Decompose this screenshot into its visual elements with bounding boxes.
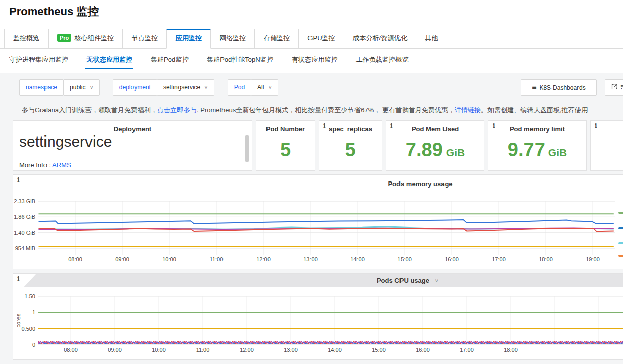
svg-text:17:00: 17:00 — [460, 347, 474, 353]
info-icon[interactable]: i — [595, 122, 597, 129]
primary-tab-label: 其他 — [425, 34, 438, 42]
legend-item-4[interactable] — [618, 255, 623, 257]
filter-select-deployment[interactable]: settingservice˅ — [157, 79, 214, 96]
stat-value: 9.77GiB — [488, 139, 586, 161]
primary-tab-6[interactable]: 存储监控 — [254, 29, 299, 49]
primary-tab-2[interactable]: Pro核心组件监控 — [48, 29, 123, 49]
secondary-tab-3[interactable]: 集群Pod监控 — [151, 50, 189, 70]
primary-tab-4[interactable]: 应用监控 — [166, 29, 211, 49]
stat-panel-title: spec_replicas — [319, 125, 382, 133]
svg-text:12:00: 12:00 — [240, 347, 254, 353]
series-pod-memory-blue — [39, 220, 614, 224]
stat-value: 7.89GiB — [386, 139, 484, 161]
chevron-down-icon: ˅ — [204, 84, 207, 90]
svg-text:954 MiB: 954 MiB — [15, 245, 35, 251]
more-info: More Info : ARMS — [19, 161, 71, 169]
svg-text:1.50: 1.50 — [25, 293, 35, 299]
svg-text:0: 0 — [32, 342, 35, 348]
k8s-dashboards-button[interactable]: ≡K8S-Dashboards — [521, 79, 597, 96]
stat-panel-deployment: DeploymentsettingserviceMore Info : ARMS — [13, 120, 252, 171]
banner-link[interactable]: 详情链接 — [455, 106, 481, 114]
filter-select-pod[interactable]: All˅ — [251, 79, 278, 96]
stat-unit: GiB — [548, 147, 567, 158]
primary-tab-label: 存储监控 — [263, 34, 290, 42]
legend-item-1[interactable] — [618, 212, 623, 214]
svg-text:13:00: 13:00 — [284, 347, 298, 353]
svg-text:10:00: 10:00 — [152, 347, 166, 353]
pro-badge: Pro — [57, 34, 71, 42]
svg-text:09:00: 09:00 — [108, 347, 122, 353]
primary-tab-label: 节点监控 — [131, 34, 158, 42]
panel-scrollbar[interactable] — [245, 135, 249, 162]
info-icon[interactable]: i — [323, 122, 326, 129]
primary-tab-label: 成本分析/资源优化 — [353, 34, 408, 42]
primary-tab-7[interactable]: GPU监控 — [298, 29, 344, 49]
filter-label-deployment: deployment — [113, 79, 157, 96]
svg-text:2.33 GiB: 2.33 GiB — [14, 198, 35, 204]
memory-chart[interactable]: 08:0009:0010:0011:0012:0013:0014:0015:00… — [13, 175, 623, 269]
stat-panels-row: DeploymentsettingserviceMore Info : ARMS… — [13, 120, 623, 171]
svg-text:16:00: 16:00 — [416, 347, 430, 353]
info-icon[interactable]: i — [17, 275, 20, 282]
cpu-chart-title-label: Pods CPU usage — [377, 277, 429, 284]
svg-text:09:00: 09:00 — [115, 256, 129, 262]
memory-chart-panel: i Pods memory usage 08:0009:0010:0011:00… — [13, 174, 623, 269]
stat-panel-pod-number: Pod Number5 — [256, 120, 315, 171]
import-button[interactable]: 导入G — [605, 79, 623, 96]
secondary-tab-6[interactable]: 工作负载监控概览 — [356, 50, 409, 70]
svg-text:10:00: 10:00 — [162, 256, 176, 262]
primary-tab-9[interactable]: 其他 — [416, 29, 447, 49]
stat-number: 7.89 — [406, 139, 443, 160]
svg-text:08:00: 08:00 — [64, 347, 78, 353]
stat-panel-spec-replicas: ispec_replicas5 — [319, 120, 382, 171]
secondary-tabs: 守护进程集应用监控无状态应用监控集群Pod监控集群Pod性能TopN监控有状态应… — [9, 49, 409, 71]
secondary-tab-1[interactable]: 守护进程集应用监控 — [9, 50, 68, 70]
svg-text:19:00: 19:00 — [586, 256, 600, 262]
prometheus-monitoring-page: Prometheus 监控 监控概览Pro核心组件监控节点监控应用监控网络监控存… — [0, 0, 623, 364]
chevron-down-icon: ˅ — [268, 84, 271, 90]
arms-link[interactable]: ARMS — [52, 161, 71, 169]
svg-text:15:00: 15:00 — [372, 347, 386, 353]
cpu-chart-title[interactable]: Pods CPU usage ˅ — [357, 277, 458, 284]
stat-value: 5 — [319, 139, 382, 161]
svg-text:18:00: 18:00 — [539, 256, 553, 262]
secondary-tab-2[interactable]: 无状态应用监控 — [86, 50, 132, 70]
primary-tab-5[interactable]: 网络监控 — [210, 29, 255, 49]
primary-tab-3[interactable]: 节点监控 — [122, 29, 167, 49]
filter-label-pod: Pod — [228, 79, 251, 96]
filter-value: public — [70, 84, 85, 91]
stat-panel-title: Pod memory limit — [488, 125, 586, 133]
dashboard-content: namespacepublic˅deploymentsettingservice… — [0, 73, 623, 364]
menu-icon: ≡ — [532, 83, 536, 92]
svg-text:14:00: 14:00 — [328, 347, 342, 353]
info-icon[interactable]: i — [493, 122, 495, 129]
deployment-name-value: settingservice — [19, 133, 112, 150]
filter-value: settingservice — [163, 84, 200, 91]
stat-number: 9.77 — [508, 139, 545, 160]
chevron-down-icon: ˅ — [435, 278, 438, 284]
banner-text: . Prometheus全新包年包月模式，相比按量付费至少节省67%， 更有首购… — [197, 106, 455, 114]
legend-item-3[interactable] — [618, 242, 623, 244]
filter-bar: namespacepublic˅deploymentsettingservice… — [19, 79, 291, 96]
stat-panel-clipped: i — [590, 120, 623, 171]
primary-tab-8[interactable]: 成本分析/资源优化 — [344, 29, 417, 49]
info-icon[interactable]: i — [390, 122, 393, 129]
primary-tab-1[interactable]: 监控概览 — [4, 29, 49, 49]
stat-number: 5 — [345, 139, 355, 160]
secondary-tab-4[interactable]: 集群Pod性能TopN监控 — [207, 50, 273, 70]
secondary-tab-5[interactable]: 有状态应用监控 — [292, 50, 338, 70]
info-icon[interactable]: i — [17, 176, 20, 184]
svg-text:14:00: 14:00 — [350, 256, 365, 262]
cpu-chart-header — [13, 274, 623, 287]
cpu-chart[interactable]: 08:0009:0010:0011:0012:0013:0014:0015:00… — [13, 287, 623, 360]
svg-text:15:00: 15:00 — [397, 256, 412, 262]
banner-text: 。如需创建、编辑大盘面板,推荐使用 — [481, 106, 588, 114]
page-title: Prometheus 监控 — [9, 4, 99, 19]
filter-select-namespace[interactable]: public˅ — [63, 79, 100, 96]
banner-link[interactable]: 点击立即参与 — [157, 106, 197, 114]
filter-label-namespace: namespace — [19, 79, 64, 96]
cpu-chart-panel: i Pods CPU usage ˅ 08:0009:0010:0011:001… — [13, 273, 623, 360]
import-label: 导入G — [620, 84, 623, 91]
legend-item-2[interactable] — [618, 227, 623, 229]
primary-tab-label: GPU监控 — [307, 34, 335, 42]
